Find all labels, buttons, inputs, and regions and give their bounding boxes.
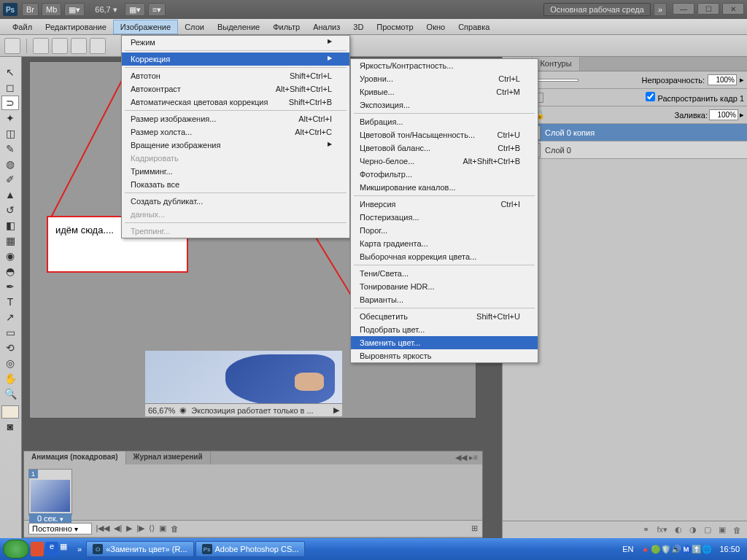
menu-item[interactable]: Карта градиента...: [351, 237, 538, 250]
blur-tool[interactable]: ◉: [1, 249, 19, 263]
next-frame-button[interactable]: |▶: [136, 524, 144, 533]
menu-фильтр[interactable]: Фильтр: [266, 20, 306, 34]
propagate-frame-checkbox[interactable]: [646, 92, 655, 101]
tween-button[interactable]: ⟨⟩: [149, 524, 155, 533]
menu-item[interactable]: Заменить цвет...: [351, 336, 538, 349]
menu-просмотр[interactable]: Просмотр: [370, 20, 419, 34]
menu-item[interactable]: Выровнять яркость: [351, 349, 538, 362]
3d-tool[interactable]: ⟲: [1, 341, 19, 355]
close-button[interactable]: ✕: [722, 3, 744, 15]
quick-launch-more[interactable]: »: [74, 545, 85, 553]
menu-item[interactable]: ИнверсияCtrl+I: [351, 198, 538, 211]
gradient-tool[interactable]: ▦: [1, 233, 19, 248]
quick-launch-opera[interactable]: [31, 542, 44, 556]
zoom-level[interactable]: 66,7 ▾: [95, 5, 117, 15]
menu-item[interactable]: Черно-белое...Alt+Shift+Ctrl+B: [351, 155, 538, 168]
menu-слои[interactable]: Слои: [178, 20, 211, 34]
stamp-tool[interactable]: ▲: [1, 187, 19, 202]
menu-item[interactable]: Коррекция: [122, 52, 349, 66]
trash-icon[interactable]: 🗑: [733, 526, 741, 534]
menu-item[interactable]: Подобрать цвет...: [351, 323, 538, 336]
selection-new[interactable]: [33, 38, 49, 54]
folder-icon[interactable]: ▢: [704, 525, 711, 534]
tool-preset[interactable]: [4, 38, 20, 54]
history-brush-tool[interactable]: ↺: [1, 203, 19, 217]
minimize-button[interactable]: —: [673, 3, 694, 15]
menu-3d[interactable]: 3D: [347, 20, 370, 34]
menu-item[interactable]: Варианты...: [351, 293, 538, 306]
dodge-tool[interactable]: ◓: [1, 264, 19, 279]
selection-add[interactable]: [52, 38, 68, 54]
workspace-more[interactable]: »: [654, 3, 667, 16]
selection-intersect[interactable]: [90, 38, 106, 54]
selection-subtract[interactable]: [71, 38, 87, 54]
mask-icon[interactable]: ◐: [675, 525, 682, 534]
menu-item[interactable]: Микширование каналов...: [351, 181, 538, 194]
path-tool[interactable]: ↗: [1, 310, 19, 324]
new-frame-button[interactable]: ▣: [159, 524, 166, 533]
menu-item[interactable]: АвтоконтрастAlt+Shift+Ctrl+L: [122, 82, 349, 96]
clock[interactable]: 16:50: [719, 545, 740, 553]
quick-launch-desktop[interactable]: ▦: [60, 542, 73, 556]
menu-item[interactable]: Показать все: [122, 178, 349, 191]
menu-item[interactable]: Цветовой баланс...Ctrl+B: [351, 141, 538, 155]
fx-icon[interactable]: fx▾: [657, 525, 667, 534]
menu-изображение[interactable]: Изображение: [113, 20, 178, 34]
status-zoom[interactable]: 66,67%: [148, 406, 175, 415]
menu-анализ[interactable]: Анализ: [306, 20, 347, 34]
timeline-mode-button[interactable]: ⊞: [471, 524, 478, 533]
menu-справка[interactable]: Справка: [452, 20, 496, 34]
arrange-button[interactable]: ▦▾: [64, 3, 85, 16]
move-tool[interactable]: ↖: [1, 65, 19, 79]
type-tool[interactable]: T: [1, 295, 19, 309]
canvas-image[interactable]: [145, 351, 342, 409]
menu-item[interactable]: Режим: [122, 36, 349, 49]
layer-row[interactable]: Слой 0: [503, 141, 747, 159]
wand-tool[interactable]: ✦: [1, 111, 19, 125]
prev-frame-button[interactable]: ◀|: [114, 524, 122, 533]
lasso-tool[interactable]: ⊃: [1, 96, 19, 110]
menu-item[interactable]: Размер изображения...Alt+Ctrl+I: [122, 112, 349, 125]
menu-item[interactable]: Уровни...Ctrl+L: [351, 72, 538, 85]
taskbar-item[interactable]: PsAdobe Photoshop CS...: [196, 541, 306, 557]
menu-item[interactable]: ОбесцветитьShift+Ctrl+U: [351, 310, 538, 323]
start-button[interactable]: [3, 540, 29, 559]
menu-item[interactable]: Цветовой тон/Насыщенность...Ctrl+U: [351, 128, 538, 141]
menu-item[interactable]: Вибрация...: [351, 115, 538, 128]
quickmask-button[interactable]: ◙: [1, 419, 19, 434]
menu-item[interactable]: Вращение изображения: [122, 139, 349, 152]
animation-frame[interactable]: 1 0 сек. ▾: [28, 469, 72, 516]
taskbar-item[interactable]: O«Заменить цвет» (R...: [86, 541, 193, 557]
extras-button[interactable]: ≡▾: [148, 3, 166, 16]
shape-tool[interactable]: ▭: [1, 325, 19, 340]
hand-tool[interactable]: ✋: [1, 371, 19, 386]
menu-item[interactable]: Постеризация...: [351, 211, 538, 224]
maximize-button[interactable]: ☐: [697, 3, 719, 15]
foreground-color[interactable]: [1, 405, 19, 419]
menu-item[interactable]: Тени/Света...: [351, 267, 538, 280]
layer-row[interactable]: Слой 0 копия: [503, 124, 747, 141]
menu-item[interactable]: Тонирование HDR...: [351, 280, 538, 293]
link-layers-icon[interactable]: ⚭: [643, 525, 649, 534]
eyedropper-tool[interactable]: ✎: [1, 141, 19, 156]
tab-measurements[interactable]: Журнал измерений: [126, 451, 211, 464]
menu-окно[interactable]: Окно: [420, 20, 452, 34]
new-layer-icon[interactable]: ▣: [719, 525, 726, 534]
crop-tool[interactable]: ◫: [1, 126, 19, 141]
play-button[interactable]: ▶: [126, 524, 132, 533]
menu-item[interactable]: Тримминг...: [122, 165, 349, 178]
delete-frame-button[interactable]: 🗑: [171, 524, 179, 533]
brush-tool[interactable]: ✐: [1, 172, 19, 187]
pen-tool[interactable]: ✒: [1, 279, 19, 294]
healing-tool[interactable]: ◍: [1, 157, 19, 171]
workspace-switcher[interactable]: Основная рабочая среда: [543, 3, 651, 16]
fill-input[interactable]: 100%: [709, 109, 738, 120]
menu-item[interactable]: Кривые...Ctrl+M: [351, 85, 538, 98]
menu-item[interactable]: Фотофильтр...: [351, 168, 538, 181]
menu-item[interactable]: Автоматическая цветовая коррекцияShift+C…: [122, 96, 349, 109]
menu-item[interactable]: Выборочная коррекция цвета...: [351, 250, 538, 263]
menu-item[interactable]: Экспозиция...: [351, 98, 538, 112]
screen-mode-button[interactable]: ▦▾: [125, 3, 145, 16]
eraser-tool[interactable]: ◧: [1, 218, 19, 233]
opacity-input[interactable]: 100%: [708, 74, 737, 85]
